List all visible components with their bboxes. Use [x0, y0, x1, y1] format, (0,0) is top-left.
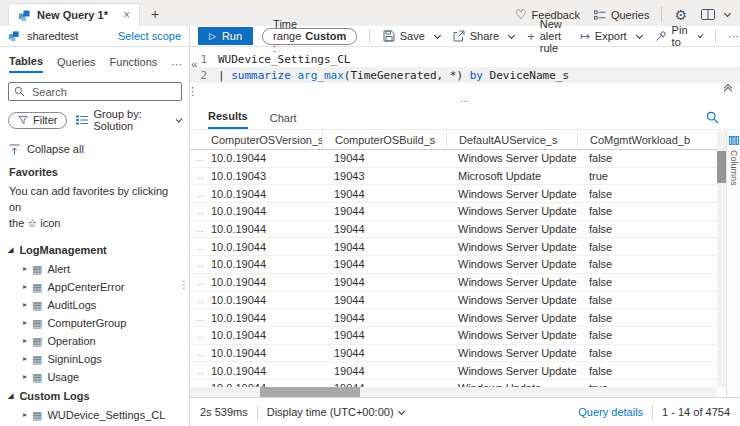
tree-item[interactable]: ▸ ▦ Alert: [0, 260, 189, 278]
group-by-icon: [76, 115, 88, 125]
search-box[interactable]: [8, 82, 182, 101]
tree-item[interactable]: ▸ ▦ ComputerGroup: [0, 314, 189, 332]
tree-group[interactable]: ◢ LogManagement: [0, 240, 189, 260]
more-commands-button[interactable]: ⋯: [728, 30, 740, 43]
tree-item[interactable]: ▸ ▦ Operation: [0, 332, 189, 350]
scrollbar-thumb[interactable]: [260, 387, 360, 397]
cell-comgmt-workload: false: [577, 241, 717, 253]
share-button[interactable]: Share: [453, 30, 514, 42]
tab-tables[interactable]: Tables: [9, 55, 43, 73]
tree-item[interactable]: ▸ ▦ SigninLogs: [0, 350, 189, 368]
row-expand-chevron[interactable]: ..: [190, 153, 210, 163]
export-button[interactable]: ↦ Export: [580, 30, 642, 42]
chevron-down-icon: [434, 31, 441, 38]
new-tab-button[interactable]: +: [151, 6, 159, 22]
favorites-hint: You can add favorites by clicking on the…: [9, 184, 179, 232]
tree-collapsed-icon: ▸: [23, 264, 27, 273]
layout-menu-button[interactable]: [701, 9, 730, 20]
row-expand-chevron[interactable]: ..: [190, 242, 210, 252]
row-expand-chevron[interactable]: ..: [190, 224, 210, 234]
play-icon: ▷: [209, 31, 216, 41]
row-expand-chevron[interactable]: ..: [190, 295, 210, 305]
columns-side-panel-tab[interactable]: Columns: [726, 131, 740, 397]
cell-computer-os-version: 10.0.19044: [210, 312, 322, 324]
scrollbar-thumb[interactable]: [717, 151, 726, 183]
query-tab[interactable]: New Query 1* ×: [8, 3, 140, 26]
tab-queries[interactable]: Queries: [57, 56, 96, 72]
table-row[interactable]: .. 10.0.19044 19044 Windows Server Updat…: [190, 256, 717, 274]
save-button[interactable]: Save: [383, 30, 440, 42]
table-row[interactable]: .. 10.0.19044 19044 Windows Update true: [190, 380, 717, 387]
tree-group[interactable]: ◢ Custom Logs: [0, 386, 189, 406]
sidebar-resize-handle[interactable]: ⋮: [179, 279, 189, 290]
code-keyword: by: [470, 69, 483, 82]
tab-results[interactable]: Results: [208, 110, 248, 129]
row-expand-chevron[interactable]: ..: [190, 259, 210, 269]
more-tabs-button[interactable]: ⋯: [171, 58, 182, 71]
cell-computer-os-build: 19044: [322, 241, 446, 253]
horizontal-scrollbar[interactable]: [190, 387, 717, 397]
results-search-button[interactable]: [706, 111, 719, 124]
vertical-scrollbar[interactable]: [717, 131, 726, 387]
table-row[interactable]: .. 10.0.19044 19044 Windows Server Updat…: [190, 221, 717, 239]
pin-to-button[interactable]: Pin to: [655, 24, 703, 48]
cell-computer-os-version: 10.0.19044: [210, 258, 322, 270]
table-row[interactable]: .. 10.0.19044 19044 Windows Server Updat…: [190, 274, 717, 292]
group-by-selector[interactable]: Group by: Solution: [76, 108, 181, 132]
editor-results-splitter[interactable]: ⋯: [190, 97, 740, 105]
filter-label: Filter: [33, 114, 57, 126]
table-row[interactable]: .. 10.0.19044 19044 Windows Server Updat…: [190, 309, 717, 327]
cell-computer-os-build: 19044: [322, 152, 446, 164]
close-icon[interactable]: ×: [123, 8, 130, 22]
row-expand-chevron[interactable]: ..: [190, 206, 210, 216]
table-row[interactable]: .. 10.0.19044 19044 Windows Server Updat…: [190, 238, 717, 256]
column-header[interactable]: ComputerOSBuild_s: [322, 130, 446, 149]
pin-to-label: Pin to: [672, 24, 689, 48]
query-details-link[interactable]: Query details: [578, 406, 643, 418]
search-input[interactable]: [30, 85, 176, 99]
table-row[interactable]: .. 10.0.19043 19043 Microsoft Update tru…: [190, 168, 717, 186]
group-by-label: Group by: Solution: [93, 108, 166, 132]
row-expand-chevron[interactable]: ..: [190, 348, 210, 358]
tree-item[interactable]: ▸ ▦ AppCenterError: [0, 278, 189, 296]
row-expand-chevron[interactable]: ..: [190, 366, 210, 376]
table-row[interactable]: .. 10.0.19044 19044 Windows Server Updat…: [190, 292, 717, 310]
row-expand-chevron[interactable]: ..: [190, 171, 210, 181]
row-expand-chevron[interactable]: ..: [190, 330, 210, 340]
tree-item-label: AuditLogs: [47, 299, 96, 311]
collapse-editor-button[interactable]: [725, 85, 731, 94]
table-row[interactable]: .. 10.0.19044 19044 Windows Server Updat…: [190, 150, 717, 168]
column-header[interactable]: CoMgmtWorkload_b: [577, 130, 717, 149]
chevron-down-icon: [724, 10, 731, 17]
results-rows: .. 10.0.19044 19044 Windows Server Updat…: [190, 150, 717, 387]
tree-item[interactable]: ▸ ▦ AuditLogs: [0, 296, 189, 314]
display-time-selector[interactable]: Display time (UTC+00:00): [267, 406, 404, 418]
tab-chart[interactable]: Chart: [270, 112, 297, 129]
plus-icon: +: [527, 31, 535, 42]
gear-icon[interactable]: ⚙: [674, 9, 687, 21]
table-row[interactable]: .. 10.0.19044 19044 Windows Server Updat…: [190, 362, 717, 380]
tree-item[interactable]: ▸ ▦ Usage: [0, 368, 189, 386]
editor-line-active[interactable]: 2 | summarize arg_max(TimeGenerated, *) …: [190, 67, 740, 83]
row-expand-chevron[interactable]: ..: [190, 277, 210, 287]
cell-computer-os-build: 19044: [322, 365, 446, 377]
select-scope-link[interactable]: Select scope: [118, 30, 181, 42]
editor-line[interactable]: 1 WUDevice_Settings_CL: [190, 51, 740, 67]
tab-functions[interactable]: Functions: [110, 56, 158, 72]
column-header[interactable]: DefaultAUService_s: [446, 130, 577, 149]
run-button[interactable]: ▷ Run: [198, 27, 253, 45]
time-range-picker[interactable]: Time range : Custom: [262, 28, 357, 45]
row-expand-chevron[interactable]: ..: [190, 189, 210, 199]
table-row[interactable]: .. 10.0.19044 19044 Windows Server Updat…: [190, 203, 717, 221]
table-row[interactable]: .. 10.0.19044 19044 Windows Server Updat…: [190, 327, 717, 345]
tree-item[interactable]: ▸ ▦ WUDevice_Settings_CL: [0, 406, 189, 424]
filter-button[interactable]: Filter: [8, 112, 67, 129]
row-expand-chevron[interactable]: ..: [190, 313, 210, 323]
cell-comgmt-workload: false: [577, 223, 717, 235]
queries-button[interactable]: Queries: [594, 9, 650, 21]
query-editor[interactable]: 1 WUDevice_Settings_CL 2 | summarize arg…: [190, 47, 740, 97]
column-header[interactable]: ComputerOSVersion_s ⋯: [210, 130, 322, 149]
table-row[interactable]: .. 10.0.19044 19044 Windows Server Updat…: [190, 185, 717, 203]
collapse-all-button[interactable]: Collapse all: [9, 143, 181, 155]
table-row[interactable]: .. 10.0.19044 19044 Windows Server Updat…: [190, 345, 717, 363]
